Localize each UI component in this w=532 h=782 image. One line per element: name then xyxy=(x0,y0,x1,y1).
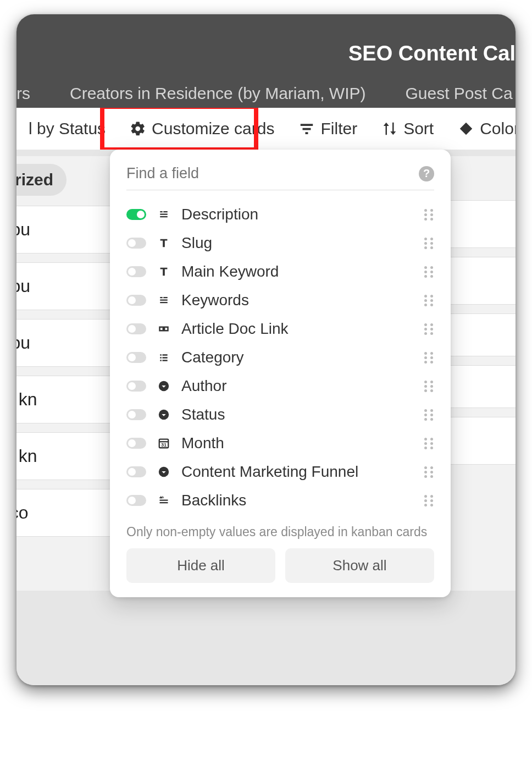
field-search-input[interactable] xyxy=(126,165,419,182)
field-type-icon xyxy=(156,407,171,422)
header: SEO Content Cal rs Creators in Residence… xyxy=(16,14,516,108)
drag-handle-icon[interactable] xyxy=(424,438,434,449)
svg-text:31: 31 xyxy=(161,442,167,448)
field-toggle[interactable] xyxy=(126,323,146,334)
field-type-icon: Ab xyxy=(156,493,171,508)
field-row-status: Status xyxy=(126,400,434,429)
drag-handle-icon[interactable] xyxy=(424,266,434,278)
help-icon[interactable]: ? xyxy=(419,166,434,181)
column-header[interactable]: ncategorized xyxy=(16,164,66,196)
field-type-icon xyxy=(156,207,171,222)
drag-handle-icon[interactable] xyxy=(424,209,434,221)
field-label: Backlinks xyxy=(181,492,414,509)
gear-icon xyxy=(130,120,146,137)
field-type-icon xyxy=(156,264,171,279)
field-type-icon xyxy=(156,321,171,337)
field-toggle[interactable] xyxy=(126,352,146,363)
drag-handle-icon[interactable] xyxy=(424,352,434,364)
filter-icon xyxy=(298,120,315,137)
drag-handle-icon[interactable] xyxy=(424,381,434,392)
field-row-keywords: Keywords xyxy=(126,286,434,315)
field-label: Content Marketing Funnel xyxy=(181,463,414,481)
tab-1[interactable]: Creators in Residence (by Mariam, WIP) xyxy=(50,79,385,111)
field-label: Author xyxy=(181,377,414,395)
color-icon xyxy=(458,120,474,137)
field-row-content-marketing-funnel: Content Marketing Funnel xyxy=(126,458,434,486)
field-toggle[interactable] xyxy=(126,409,146,420)
field-type-icon: 31 xyxy=(156,436,171,451)
field-row-backlinks: AbBacklinks xyxy=(126,486,434,515)
hide-all-button[interactable]: Hide all xyxy=(126,548,275,583)
toolbar: l by Status Customize cards Filter Sort … xyxy=(16,108,516,150)
field-label: Article Doc Link xyxy=(181,320,414,338)
field-type-icon xyxy=(156,293,171,308)
field-toggle[interactable] xyxy=(126,495,146,506)
field-toggle[interactable] xyxy=(126,438,146,449)
drag-handle-icon[interactable] xyxy=(424,295,434,306)
drag-handle-icon[interactable] xyxy=(424,323,434,335)
field-label: Description xyxy=(181,206,414,223)
sort-icon xyxy=(381,120,398,137)
field-label: Category xyxy=(181,349,414,366)
field-type-icon xyxy=(156,464,171,480)
field-type-icon xyxy=(156,350,171,365)
customize-cards-popup: ? DescriptionSlugMain KeywordKeywordsArt… xyxy=(110,150,451,597)
field-row-main-keyword: Main Keyword xyxy=(126,257,434,286)
drag-handle-icon[interactable] xyxy=(424,409,434,421)
svg-text:Ab: Ab xyxy=(160,495,164,499)
view-name[interactable]: l by Status xyxy=(16,108,118,150)
field-toggle[interactable] xyxy=(126,238,146,249)
field-toggle[interactable] xyxy=(126,266,146,277)
view-tabs: rs Creators in Residence (by Mariam, WIP… xyxy=(16,79,516,111)
field-row-month: 31Month xyxy=(126,429,434,458)
show-all-button[interactable]: Show all xyxy=(285,548,434,583)
field-toggle[interactable] xyxy=(126,466,146,477)
customize-cards-button[interactable]: Customize cards xyxy=(118,108,286,150)
field-toggle[interactable] xyxy=(126,295,146,306)
drag-handle-icon[interactable] xyxy=(424,466,434,478)
field-label: Month xyxy=(181,434,414,452)
field-label: Status xyxy=(181,406,414,423)
tab-2[interactable]: Guest Post Ca xyxy=(385,79,516,111)
color-button[interactable]: Color xyxy=(446,108,516,150)
field-row-category: Category xyxy=(126,343,434,372)
popup-note: Only non-empty values are displayed in k… xyxy=(126,525,434,539)
field-row-author: Author xyxy=(126,372,434,400)
field-row-slug: Slug xyxy=(126,229,434,257)
field-row-description: Description xyxy=(126,200,434,229)
field-label: Main Keyword xyxy=(181,263,414,280)
tab-0[interactable]: rs xyxy=(16,79,50,111)
field-toggle[interactable] xyxy=(126,209,146,220)
field-row-article-doc-link: Article Doc Link xyxy=(126,315,434,343)
page-title: SEO Content Cal xyxy=(16,14,516,65)
app-frame: SEO Content Cal rs Creators in Residence… xyxy=(16,14,516,685)
field-label: Keywords xyxy=(181,291,414,309)
field-type-icon xyxy=(156,378,171,394)
field-toggle[interactable] xyxy=(126,381,146,392)
sort-button[interactable]: Sort xyxy=(369,108,446,150)
drag-handle-icon[interactable] xyxy=(424,495,434,506)
drag-handle-icon[interactable] xyxy=(424,238,434,249)
filter-button[interactable]: Filter xyxy=(286,108,369,150)
field-label: Slug xyxy=(181,234,414,252)
field-type-icon xyxy=(156,235,171,251)
